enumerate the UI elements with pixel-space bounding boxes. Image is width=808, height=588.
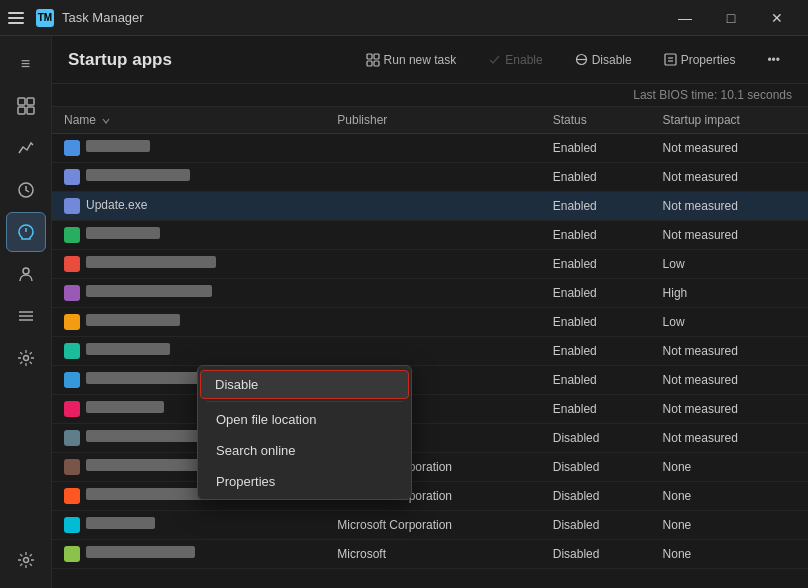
cell-status: Disabled <box>541 511 651 540</box>
table-row[interactable]: XXXXXXXXXXXXXXMicrosoft CorporationDisab… <box>52 482 808 511</box>
cell-status: Enabled <box>541 221 651 250</box>
cell-publisher <box>325 308 540 337</box>
run-new-task-button[interactable]: Run new task <box>354 48 469 72</box>
table-header-row: Name Publisher Status Startup impact <box>52 107 808 134</box>
minimize-button[interactable]: — <box>662 0 708 36</box>
sidebar-item-performance[interactable] <box>6 128 46 168</box>
sidebar-item-services[interactable] <box>6 338 46 378</box>
cell-status: Disabled <box>541 453 651 482</box>
cell-status: Enabled <box>541 192 651 221</box>
sidebar-item-overview[interactable] <box>6 86 46 126</box>
enable-label: Enable <box>505 53 542 67</box>
cell-impact: Not measured <box>651 163 808 192</box>
table-row[interactable]: XXXXXXXXXXXXXXEnabledNot measured <box>52 134 808 163</box>
cell-status: Enabled <box>541 308 651 337</box>
app-layout: ≡ Startup apps <box>0 36 808 588</box>
table-row[interactable]: XXXXXXXXXXXXXXEnabledNot measured <box>52 366 808 395</box>
cell-status: Disabled <box>541 424 651 453</box>
svg-rect-12 <box>367 54 372 59</box>
cell-status: Enabled <box>541 134 651 163</box>
cell-status: Enabled <box>541 279 651 308</box>
table-row[interactable]: XXXXXXXXXXXXXXEnabledLow <box>52 250 808 279</box>
sidebar-item-history[interactable] <box>6 170 46 210</box>
cell-publisher <box>325 337 540 366</box>
table-row[interactable]: XXXXXXXXXXXXXXEnabledNot measured <box>52 337 808 366</box>
sidebar-item-settings[interactable] <box>6 540 46 580</box>
context-menu-open-file-location[interactable]: Open file location <box>200 404 409 435</box>
bios-time-value: 10.1 seconds <box>721 88 792 102</box>
context-menu-properties[interactable]: Properties <box>200 466 409 497</box>
cell-status: Enabled <box>541 163 651 192</box>
cell-name: XXXXXXXXXXXXXX <box>52 250 325 279</box>
sidebar-item-startup[interactable] <box>6 212 46 252</box>
cell-publisher <box>325 279 540 308</box>
table-row[interactable]: XXXXXXXXXXXXXXEnabledNot measured <box>52 221 808 250</box>
cell-publisher <box>325 250 540 279</box>
cell-impact: None <box>651 453 808 482</box>
col-publisher[interactable]: Publisher <box>325 107 540 134</box>
cell-name: XXXXXXXXXXXXXX <box>52 221 325 250</box>
sidebar: ≡ <box>0 36 52 588</box>
table-row[interactable]: XXXXXXXXXXXXXXMicrosoft CorporationDisab… <box>52 511 808 540</box>
table-row[interactable]: XXXXXXXXXXXXXXDisabledNot measured <box>52 424 808 453</box>
svg-rect-13 <box>374 54 379 59</box>
cell-publisher: Microsoft Corporation <box>325 511 540 540</box>
startup-table: Name Publisher Status Startup impact XXX… <box>52 107 808 588</box>
disable-button[interactable]: Disable <box>563 48 644 72</box>
window-title: Task Manager <box>62 10 654 25</box>
context-menu-separator <box>206 401 403 402</box>
enable-button[interactable]: Enable <box>476 48 554 72</box>
cell-impact: None <box>651 482 808 511</box>
more-button[interactable]: ••• <box>755 48 792 72</box>
cell-impact: Not measured <box>651 192 808 221</box>
properties-button[interactable]: Properties <box>652 48 748 72</box>
context-menu-disable[interactable]: Disable <box>200 370 409 399</box>
table-row[interactable]: XXXXXXXXXXXXXXMicrosoft CorporationDisab… <box>52 453 808 482</box>
col-name[interactable]: Name <box>52 107 325 134</box>
context-menu: Disable Open file location Search online… <box>197 365 412 500</box>
cell-status: Disabled <box>541 482 651 511</box>
cell-name: XXXXXXXXXXXXXX <box>52 511 325 540</box>
close-button[interactable]: ✕ <box>754 0 800 36</box>
col-impact[interactable]: Startup impact <box>651 107 808 134</box>
cell-name: Update.exe <box>52 192 325 221</box>
svg-rect-15 <box>374 61 379 66</box>
cell-impact: Not measured <box>651 395 808 424</box>
table-row[interactable]: XXXXXXXXXXXXXXEnabledNot measured <box>52 395 808 424</box>
cell-status: Enabled <box>541 366 651 395</box>
table-row[interactable]: Update.exeEnabledNot measured <box>52 192 808 221</box>
cell-impact: High <box>651 279 808 308</box>
app-icon: TM <box>36 9 54 27</box>
sidebar-item-details[interactable] <box>6 296 46 336</box>
context-menu-search-online[interactable]: Search online <box>200 435 409 466</box>
cell-impact: Not measured <box>651 337 808 366</box>
table-row[interactable]: XXXXXXXXXXXXXXEnabledHigh <box>52 279 808 308</box>
svg-rect-14 <box>367 61 372 66</box>
cell-impact: Not measured <box>651 134 808 163</box>
svg-point-10 <box>23 356 28 361</box>
cell-name: XXXXXXXXXXXXXX <box>52 163 325 192</box>
table-row[interactable]: XXXXXXXXXXXXXXEnabledNot measured <box>52 163 808 192</box>
bios-time-label: Last BIOS time: <box>633 88 717 102</box>
hamburger-menu[interactable] <box>8 8 28 28</box>
cell-status: Enabled <box>541 250 651 279</box>
cell-impact: Low <box>651 308 808 337</box>
cell-name: XXXXXXXXXXXXXX <box>52 540 325 569</box>
sidebar-item-hamburger[interactable]: ≡ <box>6 44 46 84</box>
bios-time-bar: Last BIOS time: 10.1 seconds <box>52 84 808 107</box>
svg-point-6 <box>23 268 29 274</box>
maximize-button[interactable]: □ <box>708 0 754 36</box>
cell-publisher <box>325 221 540 250</box>
col-status[interactable]: Status <box>541 107 651 134</box>
cell-publisher <box>325 134 540 163</box>
svg-rect-1 <box>27 98 34 105</box>
cell-status: Enabled <box>541 395 651 424</box>
cell-publisher: Microsoft <box>325 540 540 569</box>
table-row[interactable]: XXXXXXXXXXXXXXEnabledLow <box>52 308 808 337</box>
sidebar-item-users[interactable] <box>6 254 46 294</box>
cell-impact: Not measured <box>651 366 808 395</box>
cell-name: XXXXXXXXXXXXXX <box>52 337 325 366</box>
cell-status: Disabled <box>541 540 651 569</box>
window-controls: — □ ✕ <box>662 0 800 36</box>
table-row[interactable]: XXXXXXXXXXXXXXMicrosoftDisabledNone <box>52 540 808 569</box>
